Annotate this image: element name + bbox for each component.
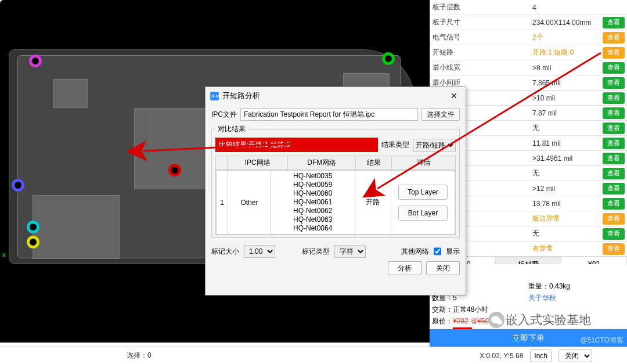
fiducial-pad	[29, 55, 42, 67]
view-button[interactable]: 查看	[603, 92, 625, 104]
property-value: 无	[532, 168, 600, 178]
ipc-file-input[interactable]	[240, 108, 418, 121]
mark-size-label: 标记大小	[211, 247, 239, 257]
property-value: 无	[532, 229, 600, 239]
mark-size-select[interactable]: 1.00	[244, 245, 275, 258]
property-key: 板子尺寸	[430, 17, 532, 27]
other-net-label: 其他网络	[401, 247, 429, 257]
unit-toggle-button[interactable]: Inch	[530, 349, 552, 362]
view-button[interactable]: 查看	[603, 243, 625, 255]
about-link[interactable]: 关于华秋	[528, 294, 556, 302]
net-item: HQ-Net0064	[273, 224, 352, 233]
view-button[interactable]: 查看	[603, 183, 625, 194]
status-dropdown[interactable]: 关闭	[558, 349, 592, 362]
price-tab[interactable]: 板材费	[496, 257, 561, 264]
property-value: 板边异常	[532, 214, 600, 224]
net-item: HQ-Net0062	[273, 207, 352, 215]
view-button[interactable]: 查看	[603, 17, 625, 28]
compare-result-group: 对比结果 比较结果:开路:1 短路:0 结果类型 开路/短路 IPC网络 DFM…	[211, 124, 460, 238]
choose-file-button[interactable]: 选择文件	[421, 108, 460, 121]
view-button[interactable]: 查看	[603, 62, 625, 74]
property-row: 电气信号 2个 查看	[430, 30, 627, 45]
fiducial-pad	[168, 164, 181, 176]
property-row: 板子层数 4	[430, 0, 627, 15]
top-layer-button[interactable]: Top Layer	[398, 185, 448, 200]
net-item: HQ-Net0063	[273, 215, 352, 224]
wechat-icon	[488, 312, 505, 328]
fiducial-pad	[27, 221, 39, 233]
result-table: IPC网络 DFM网络 结果 详情	[215, 156, 456, 170]
property-value: 无	[532, 123, 600, 133]
view-button[interactable]: 查看	[603, 107, 625, 119]
property-value: >8 mil	[532, 64, 600, 72]
coord-readout: X:0.02, Y:5.68	[480, 352, 523, 360]
net-item: HQ-Net0059	[273, 181, 352, 189]
view-button[interactable]: 查看	[603, 198, 625, 210]
property-value: 2个	[532, 33, 600, 42]
view-button[interactable]: 查看	[603, 47, 625, 59]
app-icon: DFM	[210, 92, 219, 100]
view-button[interactable]: 查看	[603, 77, 625, 89]
property-value: 7.87 mil	[532, 109, 600, 117]
result-type-label: 结果类型	[381, 140, 409, 150]
short-open-dialog: DFM 开短路分析 ✕ IPC文件 选择文件 对比结果 比较结果:开路:1 短路…	[205, 87, 466, 295]
analyze-button[interactable]: 分析	[388, 261, 421, 275]
view-button[interactable]: 查看	[603, 168, 625, 179]
property-value: >10 mil	[532, 94, 600, 102]
show-label: 显示	[446, 247, 460, 257]
mark-type-select[interactable]: 字符	[334, 245, 366, 258]
property-key: 电气信号	[430, 33, 532, 42]
property-value: >31.4961 mil	[532, 154, 600, 163]
property-value: 13.78 mil	[532, 200, 600, 208]
net-item: HQ-Net0035	[273, 172, 352, 181]
close-button[interactable]: 关闭	[426, 261, 460, 275]
property-value: 4	[532, 3, 600, 12]
property-value: >12 mil	[532, 185, 600, 193]
fiducial-pad	[27, 236, 39, 248]
property-row: 板子尺寸 234.00X114.00mm 查看	[430, 15, 627, 30]
property-key: 最小线宽	[430, 63, 532, 73]
wechat-watermark: 嵌入式实验基地	[488, 312, 591, 328]
property-value: 开路:1 短路:0	[532, 48, 600, 57]
close-icon[interactable]: ✕	[447, 90, 461, 102]
property-value: 234.00X114.00mm	[532, 19, 600, 27]
view-button[interactable]: 查看	[603, 213, 625, 225]
property-value: 有异常	[532, 244, 600, 254]
view-button[interactable]: 查看	[603, 122, 625, 134]
selection-label: 选择：0	[127, 351, 152, 361]
compare-summary: 比较结果:开路:1 短路:0	[215, 138, 378, 152]
result-type-select[interactable]: 开路/短路	[413, 139, 456, 152]
mark-type-label: 标记类型	[302, 247, 330, 257]
property-row: 开短路 开路:1 短路:0 查看	[430, 45, 627, 60]
view-button[interactable]: 查看	[603, 153, 625, 164]
dialog-footer: 标记大小 1.00 标记类型 字符 其他网络 显示	[206, 242, 466, 261]
dialog-title: 开短路分析	[222, 91, 260, 101]
fiducial-pad	[12, 179, 24, 192]
status-bar: 选择：0 X:0.02, Y:5.68 Inch 关闭	[0, 347, 627, 364]
property-key: 板子层数	[430, 2, 532, 12]
blog-watermark: @51CTO博客	[580, 336, 624, 345]
property-row: 最小线宽 >8 mil 查看	[430, 60, 627, 75]
property-key: 开短路	[430, 48, 532, 57]
property-value: 7.865 mil	[532, 79, 600, 87]
view-button[interactable]: 查看	[603, 32, 625, 44]
view-button[interactable]: 查看	[603, 138, 625, 149]
bot-layer-button[interactable]: Bot Layer	[398, 206, 448, 221]
net-item: HQ-Net0060	[273, 189, 352, 198]
result-row[interactable]: 1 Other HQ-Net0035HQ-Net0059HQ-Net0060HQ…	[217, 171, 455, 235]
show-other-net-checkbox[interactable]	[434, 245, 441, 258]
property-value: 11.81 mil	[532, 139, 600, 147]
fiducial-pad	[382, 52, 395, 65]
dialog-titlebar[interactable]: DFM 开短路分析 ✕	[206, 87, 466, 104]
cursor-marker: x	[2, 251, 6, 259]
compare-legend: 对比结果	[215, 124, 248, 134]
view-button[interactable]: 查看	[603, 228, 625, 240]
ipc-file-label: IPC文件	[211, 110, 237, 120]
net-item: HQ-Net0061	[273, 198, 352, 207]
price-tab[interactable]: ¥92	[561, 257, 627, 264]
